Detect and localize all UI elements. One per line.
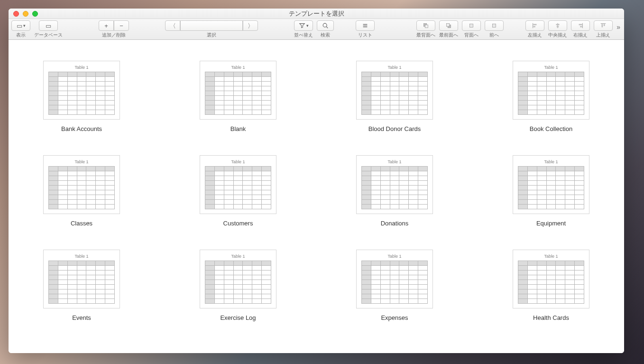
template-item[interactable]: Table 1Exercise Log: [193, 250, 283, 321]
toolbar-overflow-button[interactable]: »: [616, 20, 621, 31]
template-item[interactable]: Table 1Donations: [350, 155, 440, 227]
svg-line-1: [326, 27, 328, 28]
align-right-icon: [577, 22, 584, 29]
arrange-front-label: 最前面へ: [439, 32, 458, 38]
traffic-lights: [9, 11, 38, 17]
template-item[interactable]: Table 1Events: [37, 250, 127, 321]
chevron-down-icon: ▾: [23, 24, 26, 28]
template-item[interactable]: Table 1Expenses: [350, 250, 440, 321]
template-label: Bank Accounts: [61, 125, 102, 132]
tool-group-database: ▭ データベース: [34, 20, 63, 38]
add-button[interactable]: +: [99, 20, 114, 31]
align-top-label: 上揃え: [596, 32, 610, 38]
align-right-button[interactable]: [571, 20, 590, 31]
template-thumbnail: Table 1: [513, 250, 589, 308]
template-label: Donations: [381, 220, 409, 227]
mini-table: [205, 72, 271, 115]
template-item[interactable]: Table 1Bank Accounts: [37, 61, 127, 132]
thumb-caption: Table 1: [74, 159, 88, 164]
align-center-button[interactable]: [548, 20, 567, 31]
minimize-button[interactable]: [23, 11, 28, 17]
database-label: データベース: [34, 32, 63, 38]
mini-table: [205, 166, 271, 209]
search-label: 検索: [321, 32, 330, 38]
thumb-caption: Table 1: [544, 254, 558, 259]
align-center-label: 中央揃え: [548, 32, 567, 38]
template-label: Equipment: [536, 220, 566, 227]
tool-group-arrange-back: 最背面へ: [416, 20, 435, 38]
sort-label: 並べ替え: [294, 32, 313, 38]
bring-forward-button[interactable]: [485, 20, 504, 31]
bring-to-front-button[interactable]: [439, 20, 458, 31]
sort-button[interactable]: ▾: [294, 20, 313, 31]
template-item[interactable]: Table 1Blank: [193, 61, 283, 132]
next-button[interactable]: 〉: [243, 20, 258, 31]
send-backward-icon: [468, 22, 475, 29]
template-item[interactable]: Table 1Customers: [193, 155, 283, 227]
tool-group-sort: ▾ 並べ替え: [294, 20, 313, 38]
chevron-left-icon: 〈: [170, 23, 176, 29]
search-button[interactable]: [317, 20, 334, 31]
align-top-button[interactable]: [594, 20, 613, 31]
template-thumbnail: Table 1: [513, 155, 589, 214]
send-to-back-button[interactable]: [416, 20, 435, 31]
template-label: Exercise Log: [220, 314, 256, 321]
mini-table: [48, 261, 115, 304]
prev-button[interactable]: 〈: [165, 20, 180, 31]
bring-forward-icon: [491, 22, 497, 29]
svg-rect-22: [604, 24, 605, 26]
list-label: リスト: [358, 32, 372, 38]
bring-to-front-icon: [445, 22, 452, 29]
mini-table: [48, 166, 115, 209]
align-left-button[interactable]: [525, 20, 544, 31]
thumb-caption: Table 1: [231, 254, 245, 259]
view-mode-button[interactable]: ▭ ▾: [11, 20, 30, 31]
tool-group-arrange-front: 最前面へ: [439, 20, 458, 38]
svg-rect-19: [580, 26, 582, 28]
template-label: Blank: [230, 125, 246, 132]
template-label: Customers: [223, 220, 253, 227]
template-thumbnail: Table 1: [356, 250, 433, 308]
list-icon: [362, 22, 368, 29]
send-backward-button[interactable]: [462, 20, 481, 31]
remove-button[interactable]: −: [114, 20, 129, 31]
tool-group-arrange-backward: 背面へ: [462, 20, 481, 38]
template-gallery: Table 1Bank AccountsTable 1BlankTable 1B…: [9, 40, 624, 353]
window-title: テンプレートを選択: [9, 9, 624, 18]
database-icon: ▭: [46, 23, 51, 29]
titlebar: テンプレートを選択: [9, 9, 624, 19]
thumb-caption: Table 1: [74, 65, 88, 70]
thumb-caption: Table 1: [387, 65, 401, 70]
selection-field[interactable]: [180, 20, 243, 31]
send-to-back-icon: [423, 22, 429, 29]
app-window: テンプレートを選択 ▭ ▾ 表示 ▭ データベース +: [9, 9, 624, 353]
thumb-caption: Table 1: [544, 65, 558, 70]
template-thumbnail: Table 1: [200, 155, 276, 214]
chevron-right-icon: 〉: [248, 23, 254, 29]
svg-rect-16: [557, 26, 559, 28]
zoom-button[interactable]: [32, 11, 38, 17]
tool-group-align-left: 左揃え: [525, 20, 544, 38]
list-button[interactable]: [356, 20, 375, 31]
tool-group-addremove: + − 追加／削除: [99, 20, 129, 38]
svg-rect-18: [579, 24, 582, 26]
addremove-label: 追加／削除: [102, 32, 126, 38]
template-thumbnail: Table 1: [200, 250, 276, 308]
template-label: Blood Donor Cards: [368, 125, 421, 132]
template-thumbnail: Table 1: [356, 61, 433, 120]
mini-table: [48, 72, 115, 115]
tool-group-align-top: 上揃え: [594, 20, 613, 38]
database-button[interactable]: ▭: [39, 20, 58, 31]
template-item[interactable]: Table 1Blood Donor Cards: [350, 61, 440, 132]
align-right-label: 右揃え: [573, 32, 588, 38]
view-label: 表示: [16, 32, 26, 38]
template-item[interactable]: Table 1Book Collection: [506, 61, 596, 132]
template-item[interactable]: Table 1Classes: [37, 155, 127, 227]
selection-label: 選択: [207, 32, 216, 38]
template-item[interactable]: Table 1Health Cards: [506, 250, 596, 321]
align-left-label: 左揃え: [528, 32, 542, 38]
sidebar-icon: ▭: [17, 23, 22, 29]
svg-rect-15: [556, 24, 560, 26]
close-button[interactable]: [13, 11, 19, 17]
template-item[interactable]: Table 1Equipment: [506, 155, 596, 227]
